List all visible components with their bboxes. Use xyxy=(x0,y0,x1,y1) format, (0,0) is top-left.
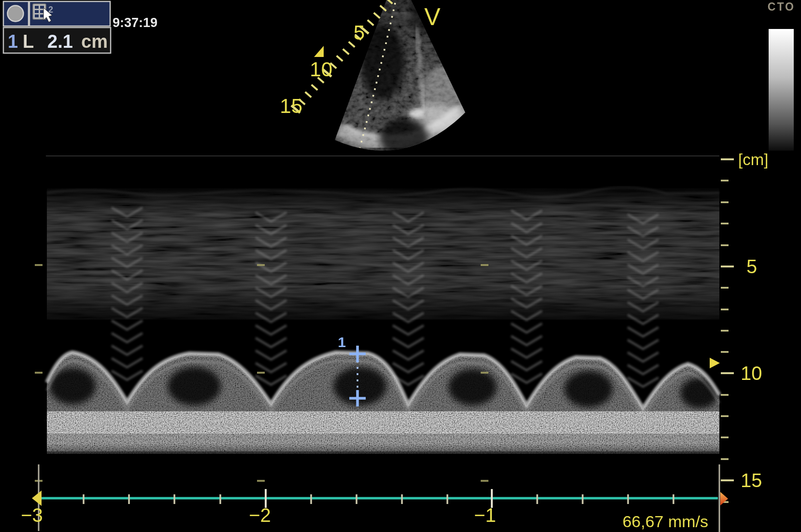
mmode-bottom-fade xyxy=(47,443,719,466)
grayscale-gradient-bar xyxy=(769,29,794,151)
measurement-panel: 2 1 L 2.1 cm xyxy=(3,1,111,53)
brand-label: CTO xyxy=(768,0,795,13)
measurement-unit: cm xyxy=(81,31,108,52)
point-marker-icon[interactable] xyxy=(8,6,24,22)
sector-ruler-label-10: 10 xyxy=(310,58,332,81)
depth-axis-label-15: 15 xyxy=(741,470,762,491)
measurement-value: 2.1 xyxy=(47,31,73,52)
sector-ruler-label-5: 5 xyxy=(354,21,365,44)
caliper-tool-icon[interactable]: 2 xyxy=(33,4,53,22)
sector-valve-echo xyxy=(409,109,424,118)
caliper-index-label: 1 xyxy=(338,334,346,350)
time-axis-label-minus2: −2 xyxy=(249,504,271,526)
time-axis-label-minus1: −1 xyxy=(474,504,496,526)
depth-axis-unit-label: [cm] xyxy=(738,151,768,168)
mmode-bottom-black xyxy=(47,463,719,498)
sector-ruler-label-15: 15 xyxy=(280,95,302,117)
mmode-upper-top-fade xyxy=(47,188,719,215)
sweep-speed-label: 66,67 mm/s xyxy=(622,512,708,531)
mmode-bright-band-line xyxy=(47,419,719,421)
ultrasound-canvas: 1 xyxy=(0,0,801,532)
ultrasound-screen: 1 xyxy=(0,0,801,532)
time-axis-label-minus3: −3 xyxy=(21,504,43,526)
depth-axis-label-5: 5 xyxy=(746,256,757,277)
mmode-upper-bottom-fade xyxy=(47,286,719,321)
sector-orientation-label: V xyxy=(424,3,441,30)
measurement-side: L xyxy=(23,31,34,52)
mmode-bright-band xyxy=(47,411,719,434)
measurement-index: 1 xyxy=(8,31,18,52)
timestamp: 9:37:19 xyxy=(113,15,157,30)
depth-axis-label-10: 10 xyxy=(741,363,762,384)
